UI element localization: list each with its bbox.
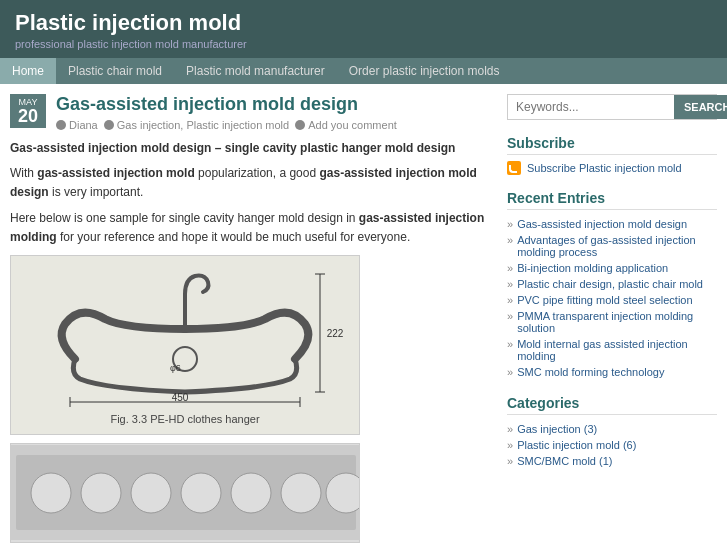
- category-list: Gas injection (3)Plastic injection mold …: [507, 421, 717, 469]
- hanger-svg: 450 222 φ6: [25, 264, 345, 409]
- image-caption: Fig. 3.3 PE-HD clothes hanger: [110, 413, 259, 425]
- category-link[interactable]: Plastic injection mold (6): [517, 439, 636, 451]
- svg-text:222: 222: [327, 328, 344, 339]
- svg-point-15: [131, 473, 171, 513]
- recent-entry-link[interactable]: Bi-injection molding application: [517, 262, 668, 274]
- post-comment[interactable]: Add you comment: [308, 119, 397, 131]
- svg-text:φ6: φ6: [170, 363, 181, 373]
- svg-point-14: [81, 473, 121, 513]
- nav-item-home[interactable]: Home: [0, 58, 56, 84]
- search-input[interactable]: [508, 95, 674, 119]
- search-button[interactable]: SEARCH: [674, 95, 727, 119]
- category-list-item: Plastic injection mold (6): [507, 437, 717, 453]
- recent-list-item: Advantages of gas-assisted injection mol…: [507, 232, 717, 260]
- user-icon: [56, 120, 66, 130]
- subscribe-item: Subscribe Plastic injection mold: [507, 161, 717, 175]
- recent-entry-link[interactable]: Mold internal gas assisted injection mol…: [517, 338, 717, 362]
- recent-entry-link[interactable]: Gas-assisted injection mold design: [517, 218, 687, 230]
- recent-list-item: SMC mold forming technology: [507, 364, 717, 380]
- recent-list: Gas-assisted injection mold designAdvant…: [507, 216, 717, 380]
- main-content: MAY 20 Gas-assisted injection mold desig…: [10, 94, 492, 545]
- subscribe-section: Subscribe Subscribe Plastic injection mo…: [507, 135, 717, 175]
- post-author-area: Diana: [56, 119, 98, 131]
- recent-entry-link[interactable]: PMMA transparent injection molding solut…: [517, 310, 717, 334]
- recent-entry-link[interactable]: Advantages of gas-assisted injection mol…: [517, 234, 717, 258]
- recent-list-item: Plastic chair design, plastic chair mold: [507, 276, 717, 292]
- site-header: Plastic injection mold professional plas…: [0, 0, 727, 58]
- rss-icon: [507, 161, 521, 175]
- post-para3: Here below is one sample for single cavi…: [10, 209, 492, 247]
- recent-entry-link[interactable]: PVC pipe fitting mold steel selection: [517, 294, 692, 306]
- nav-item-order-plastic-injection-molds[interactable]: Order plastic injection molds: [337, 58, 512, 84]
- content-wrapper: MAY 20 Gas-assisted injection mold desig…: [0, 84, 727, 545]
- comment-icon: [295, 120, 305, 130]
- svg-point-18: [281, 473, 321, 513]
- recent-list-item: PMMA transparent injection molding solut…: [507, 308, 717, 336]
- post-author: Diana: [69, 119, 98, 131]
- category-list-item: Gas injection (3): [507, 421, 717, 437]
- svg-point-13: [31, 473, 71, 513]
- post-header: MAY 20 Gas-assisted injection mold desig…: [10, 94, 492, 131]
- category-link[interactable]: Gas injection (3): [517, 423, 597, 435]
- recent-list-item: Gas-assisted injection mold design: [507, 216, 717, 232]
- second-image-svg: [11, 445, 359, 540]
- nav-item-plastic-chair-mold[interactable]: Plastic chair mold: [56, 58, 174, 84]
- recent-list-item: Mold internal gas assisted injection mol…: [507, 336, 717, 364]
- hanger-image: 450 222 φ6 Fig. 3.3 PE-HD clothes hanger: [10, 255, 360, 435]
- recent-entries-title: Recent Entries: [507, 190, 717, 210]
- recent-list-item: PVC pipe fitting mold steel selection: [507, 292, 717, 308]
- subscribe-link[interactable]: Subscribe Plastic injection mold: [527, 162, 682, 174]
- post-comment-area: Add you comment: [295, 119, 397, 131]
- post-date-box: MAY 20: [10, 94, 46, 128]
- categories-title: Categories: [507, 395, 717, 415]
- post-content: Gas-assisted injection mold design – sin…: [10, 139, 492, 247]
- recent-entries-section: Recent Entries Gas-assisted injection mo…: [507, 190, 717, 380]
- post-para1: Gas-assisted injection mold design – sin…: [10, 139, 492, 158]
- post-title-area: Gas-assisted injection mold design Diana…: [56, 94, 397, 131]
- svg-point-16: [181, 473, 221, 513]
- post-para2: With gas-assisted injection mold popular…: [10, 164, 492, 202]
- svg-text:450: 450: [172, 392, 189, 403]
- search-box: SEARCH: [507, 94, 717, 120]
- site-subtitle: professional plastic injection mold manu…: [15, 38, 712, 50]
- tag-icon: [104, 120, 114, 130]
- post-category[interactable]: Gas injection, Plastic injection mold: [117, 119, 289, 131]
- site-title: Plastic injection mold: [15, 10, 712, 36]
- category-link[interactable]: SMC/BMC mold (1): [517, 455, 612, 467]
- nav-item-plastic-mold-manufacturer[interactable]: Plastic mold manufacturer: [174, 58, 337, 84]
- post-day: 20: [18, 106, 38, 126]
- recent-list-item: Bi-injection molding application: [507, 260, 717, 276]
- second-image: [10, 443, 360, 543]
- svg-point-17: [231, 473, 271, 513]
- post-category-area: Gas injection, Plastic injection mold: [104, 119, 289, 131]
- recent-entry-link[interactable]: SMC mold forming technology: [517, 366, 664, 378]
- main-nav: HomePlastic chair moldPlastic mold manuf…: [0, 58, 727, 84]
- recent-entry-link[interactable]: Plastic chair design, plastic chair mold: [517, 278, 703, 290]
- sidebar: SEARCH Subscribe Subscribe Plastic injec…: [507, 94, 717, 545]
- category-list-item: SMC/BMC mold (1): [507, 453, 717, 469]
- post-meta: Diana Gas injection, Plastic injection m…: [56, 119, 397, 131]
- subscribe-title: Subscribe: [507, 135, 717, 155]
- post-title[interactable]: Gas-assisted injection mold design: [56, 94, 397, 115]
- categories-section: Categories Gas injection (3)Plastic inje…: [507, 395, 717, 469]
